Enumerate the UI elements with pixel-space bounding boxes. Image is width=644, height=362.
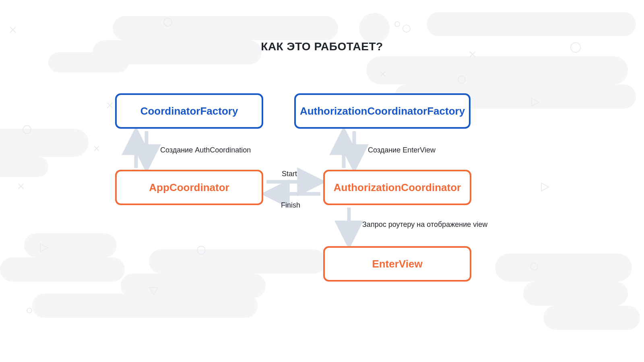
node-label: EnterView (372, 258, 422, 270)
node-label: CoordinatorFactory (140, 105, 238, 117)
node-authorization-coordinator: AuthorizationCoordinator (323, 170, 471, 205)
label-start: Start (282, 170, 297, 178)
node-label: AppCoordinator (149, 181, 229, 194)
arrows-layer (0, 0, 644, 362)
diagram-title: КАК ЭТО РАБОТАЕТ? (0, 40, 644, 53)
label-create-auth-coordination: Создание AuthCoordination (160, 146, 251, 154)
node-enter-view: EnterView (323, 246, 471, 282)
node-app-coordinator: AppCoordinator (115, 170, 263, 205)
label-finish: Finish (281, 201, 300, 210)
node-coordinator-factory: CoordinatorFactory (115, 93, 263, 129)
node-label: AuthorizationCoordinatorFactory (300, 105, 465, 117)
label-create-enter-view: Создание EnterView (368, 146, 436, 154)
node-authorization-coordinator-factory: AuthorizationCoordinatorFactory (294, 93, 471, 129)
node-label: AuthorizationCoordinator (334, 181, 461, 194)
label-router-request: Запрос роутеру на отображение view (362, 220, 487, 229)
